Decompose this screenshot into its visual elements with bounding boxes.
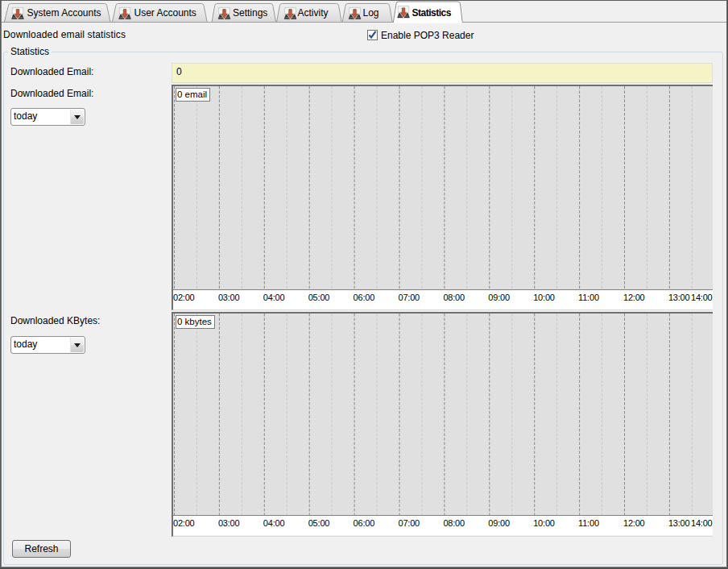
svg-text:System Accounts: System Accounts (27, 7, 101, 19)
svg-text:Log: Log (363, 7, 379, 19)
svg-text:Activity: Activity (298, 7, 329, 19)
svg-text:User Accounts: User Accounts (134, 7, 196, 19)
svg-text:Statistics: Statistics (412, 7, 452, 19)
svg-text:Settings: Settings (233, 7, 267, 19)
